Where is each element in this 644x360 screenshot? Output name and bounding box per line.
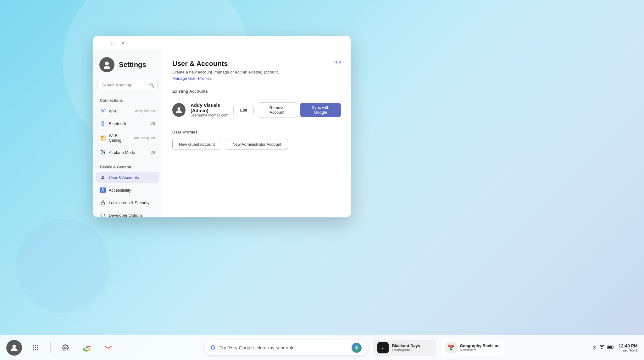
help-link[interactable]: Help [332,60,341,64]
geography-reminder-notification[interactable]: 📅 Geography Revision Reminders [441,340,504,356]
geography-reminder-subtitle: Reminders [460,348,499,352]
new-admin-account-button[interactable]: New Administrator Account [226,139,288,150]
system-clock[interactable]: 12:49 PM Tue, Nov 1 [619,343,638,352]
wifi-status-icon[interactable] [599,345,605,351]
blackout-days-icon: ♫ [377,342,389,353]
device-section-label: Device & General [96,163,159,171]
svg-rect-5 [101,202,105,205]
close-button[interactable]: ✕ [119,40,126,47]
svg-point-23 [86,347,88,348]
maximize-button[interactable]: □ [109,40,116,47]
sidebar-item-lockscreen[interactable]: Lockscreen & Security [96,197,159,208]
geography-reminder-title: Geography Revision [460,343,499,348]
person-icon [100,175,106,180]
svg-point-19 [37,349,38,350]
clock-time: 12:49 PM [619,343,638,348]
sync-google-button[interactable]: Sync with Google [300,103,341,117]
profile-buttons: New Guest Account New Administrator Acco… [172,139,341,150]
airplane-label: Airplane Mode [109,150,147,155]
svg-point-12 [35,345,36,346]
clock-date: Tue, Nov 1 [619,348,638,352]
accessibility-label: Accessibility [109,188,131,193]
new-guest-account-button[interactable]: New Guest Account [172,139,221,150]
svg-point-10 [13,345,16,348]
svg-point-9 [177,107,180,110]
sidebar-item-user-accounts[interactable]: User & Accounts [96,172,159,183]
remove-account-button[interactable]: Remove Account [257,102,297,117]
taskbar: G Try "Hey Google, clear my schedule" ♫ … [0,335,644,360]
page-description: Create a new account, manage or edit an … [172,69,279,81]
svg-rect-27 [608,346,612,348]
settings-window: — □ ✕ Settings 🔍 [93,36,351,217]
sidebar-item-airplane[interactable]: ✈️ Airplane Mode Off [96,147,159,158]
lock-icon [100,200,106,205]
sidebar-item-bluetooth[interactable]: Bluetooth Off [96,118,159,129]
taskbar-avatar[interactable] [6,340,22,356]
sidebar-header: Settings [96,57,159,79]
taskbar-right: ⊙ 12:49 PM Tue, Nov 1 [592,343,638,352]
search-input[interactable] [97,80,158,90]
sidebar-item-developer[interactable]: Developer Options [96,210,159,217]
user-accounts-label: User & Accounts [109,175,139,180]
svg-point-16 [37,347,38,348]
minimize-button[interactable]: — [99,40,106,47]
code-icon [100,212,106,217]
svg-point-14 [33,347,34,348]
svg-point-0 [105,62,109,65]
system-icons: ⊙ [592,345,614,351]
chrome-button[interactable] [79,340,95,356]
wifi-calling-value: Not Configured [134,136,155,140]
developer-label: Developer Options [109,213,143,218]
settings-taskbar-button[interactable] [58,340,73,356]
bluetooth-value: Off [151,122,155,125]
battery-icon[interactable] [607,345,614,351]
edit-button[interactable]: Edit [233,105,253,115]
airplane-icon: ✈️ [100,150,106,155]
blackout-days-subtitle: Phonogram [392,348,420,352]
google-mic-button[interactable] [352,343,362,353]
airplane-value: Off [151,150,155,154]
svg-point-4 [102,176,103,177]
sidebar-item-wifi[interactable]: Wi-Fi Addy Visuals [96,105,159,117]
taskbar-divider [50,342,51,353]
account-info: Addy Visuals (Admin) username@gmail.com [191,102,228,117]
bluetooth-icon [100,121,106,126]
svg-point-11 [33,345,34,346]
manage-profiles-link[interactable]: Manage User Profiles [172,76,212,81]
main-content: User & Accounts Create a new account, ma… [162,51,351,217]
avatar [99,57,114,72]
account-avatar [172,103,186,117]
taskbar-center: G Try "Hey Google, clear my schedule" ♫ … [116,340,592,356]
sidebar: Settings 🔍 Connections Wi-Fi A [93,51,162,217]
taskbar-search-bar[interactable]: G Try "Hey Google, clear my schedule" [204,340,368,355]
page-title: User & Accounts [172,60,279,68]
sidebar-item-accessibility[interactable]: ♿ Accessibility [96,184,159,196]
svg-point-20 [64,347,66,349]
existing-accounts-label: Existing Accounts [172,89,341,94]
user-profiles-label: User Profiles [172,130,341,134]
accessibility-icon: ♿ [100,187,106,193]
svg-point-1 [104,66,110,69]
svg-point-25 [601,348,602,349]
lockscreen-label: Lockscreen & Security [109,200,149,205]
geography-reminder-text: Geography Revision Reminders [460,343,499,352]
svg-point-2 [103,112,103,113]
svg-point-18 [35,349,36,350]
account-row: Addy Visuals (Admin) username@gmail.com … [172,98,341,122]
assistant-icon[interactable]: ⊙ [592,345,597,351]
sidebar-item-wifi-calling[interactable]: 📶 📶 Wi-Fi Calling Not Configured [96,130,159,145]
google-logo: G [211,344,216,351]
gmail-button[interactable] [100,340,116,356]
wifi-value: Addy Visuals [135,109,155,113]
launcher-button[interactable] [28,340,43,356]
account-name: Addy Visuals (Admin) [191,102,228,113]
content-header: User & Accounts Create a new account, ma… [172,60,341,81]
wifi-label: Wi-Fi [109,109,132,113]
account-email: username@gmail.com [191,113,228,117]
search-icon: 🔍 [149,83,154,88]
window-titlebar: — □ ✕ [93,36,351,51]
svg-point-17 [33,349,34,350]
blackout-days-notification[interactable]: ♫ Blackout Days Phonogram [373,340,436,356]
geography-reminder-icon: 📅 [445,342,457,353]
account-actions: Edit Remove Account Sync with Google [233,102,341,117]
